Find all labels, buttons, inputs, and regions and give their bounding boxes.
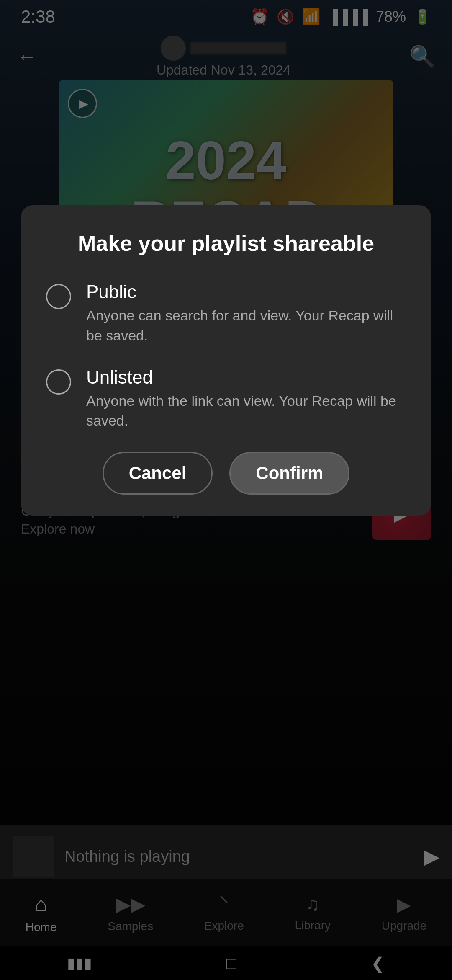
dialog-title: Make your playlist shareable [46, 230, 406, 256]
unlisted-option-title: Unlisted [86, 367, 406, 388]
dialog-buttons: Cancel Confirm [46, 452, 406, 495]
public-radio[interactable] [46, 284, 71, 309]
public-option[interactable]: Public Anyone can search for and view. Y… [46, 281, 406, 346]
confirm-button[interactable]: Confirm [229, 452, 349, 495]
shareable-dialog: Make your playlist shareable Public Anyo… [21, 205, 431, 516]
cancel-button[interactable]: Cancel [103, 452, 213, 495]
public-option-desc: Anyone can search for and view. Your Rec… [86, 306, 406, 346]
unlisted-radio[interactable] [46, 369, 71, 395]
unlisted-option-desc: Anyone with the link can view. Your Reca… [86, 391, 406, 431]
unlisted-option[interactable]: Unlisted Anyone with the link can view. … [46, 367, 406, 431]
public-option-text: Public Anyone can search for and view. Y… [86, 281, 406, 346]
unlisted-option-text: Unlisted Anyone with the link can view. … [86, 367, 406, 431]
public-option-title: Public [86, 281, 406, 302]
